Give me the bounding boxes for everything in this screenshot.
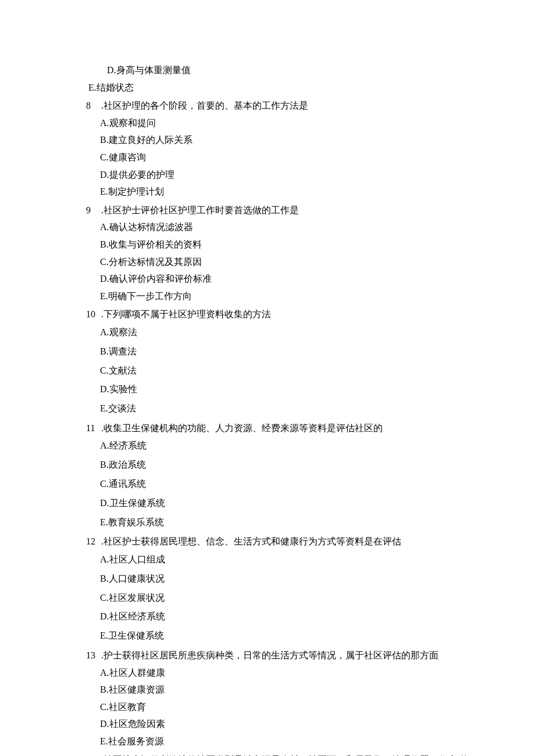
option: A.社区人群健康	[100, 664, 477, 682]
question-stem: 9 .社区护士评价社区护理工作时要首选做的工作是	[86, 202, 477, 219]
options-list: A.社区人群健康B.社区健康资源C.社区教育D.社区危险因素E.社会服务资源	[86, 664, 477, 750]
option: D.社区经济系统	[100, 607, 477, 626]
orphan-option-e: E.结婚状态	[86, 79, 477, 96]
option: A.社区人口组成	[100, 550, 477, 569]
orphan-option-d: D.身高与体重测量值	[86, 62, 477, 79]
question-number: 11	[86, 420, 99, 437]
question-stem: 12 .社区护士获得居民理想、信念、生活方式和健康行为方式等资料是在评估	[86, 533, 477, 550]
question-number: 8	[86, 97, 99, 114]
option: D.确认评价内容和评价标准	[100, 270, 477, 288]
question-8: 8 .社区护理的各个阶段，首要的、基本的工作方法是A.观察和提问B.建立良好的人…	[86, 97, 477, 200]
question-text: .社区护士获得居民理想、信念、生活方式和健康行为方式等资料是在评估	[99, 536, 401, 546]
option: E.卫生保健系统	[100, 626, 477, 646]
option: B.政治系统	[100, 456, 477, 475]
question-13: 13 .护士获得社区居民所患疾病种类，日常的生活方式等情况，属于社区评估的那方面…	[86, 647, 477, 750]
question-text: .社区护理的各个阶段，首要的、基本的工作方法是	[99, 101, 308, 110]
option: E.教育娱乐系统	[100, 513, 477, 532]
options-list: A.经济系统B.政治系统C.通讯系统D.卫生保健系统E.教育娱乐系统	[86, 436, 477, 532]
option: E.明确下一步工作方向	[100, 288, 477, 305]
option: B.建立良好的人际关系	[100, 131, 477, 149]
option: B.人口健康状况	[100, 569, 477, 589]
option: D.提供必要的护理	[100, 166, 477, 184]
option: A.经济系统	[100, 436, 477, 456]
option: C.健康咨询	[100, 149, 477, 166]
document-page: D.身高与体重测量值 E.结婚状态 8 .社区护理的各个阶段，首要的、基本的工作…	[0, 0, 535, 756]
question-text: .收集卫生保健机构的功能、人力资源、经费来源等资料是评估社区的	[99, 423, 383, 433]
option: C.分析达标情况及其原因	[100, 253, 477, 271]
question-10: 10 .下列哪项不属于社区护理资料收集的方法A.观察法B.调查法C.文献法D.实…	[86, 306, 477, 418]
option: C.社区教育	[100, 698, 477, 716]
question-stem: 10 .下列哪项不属于社区护理资料收集的方法	[86, 306, 477, 323]
option: B.收集与评价相关的资料	[100, 236, 477, 253]
options-list: A.社区人口组成B.人口健康状况C.社区发展状况D.社区经济系统E.卫生保健系统	[86, 550, 477, 646]
option: B.调查法	[100, 342, 477, 361]
question-stem: 11 .收集卫生保健机构的功能、人力资源、经费来源等资料是评估社区的	[86, 420, 477, 437]
question-stem: 13 .护士获得社区居民所患疾病种类，日常的生活方式等情况，属于社区评估的那方面	[86, 647, 477, 664]
option: A.确认达标情况滤波器	[100, 218, 477, 236]
question-text: .护士获得社区居民所患疾病种类，日常的生活方式等情况，属于社区评估的那方面	[99, 650, 438, 660]
question-9: 9 .社区护士评价社区护理工作时要首选做的工作是A.确认达标情况滤波器B.收集与…	[86, 202, 477, 305]
option: A.观察法	[100, 323, 477, 342]
option: E.交谈法	[100, 399, 477, 418]
question-number: 10	[86, 306, 99, 323]
question-number: 12	[86, 533, 99, 550]
question-number: 14	[86, 751, 99, 756]
question-text: .下列哪项不属于社区护理资料收集的方法	[99, 309, 271, 319]
option: C.通讯系统	[100, 475, 477, 494]
option: E.社会服务资源	[100, 733, 477, 750]
option: A.观察和提问	[100, 114, 477, 132]
question-number: 13	[86, 647, 99, 664]
question-11: 11 .收集卫生保健机构的功能、人力资源、经费来源等资料是评估社区的A.经济系统…	[86, 420, 477, 532]
option: D.实验性	[100, 380, 477, 399]
option: C.社区发展状况	[100, 589, 477, 608]
option: D.卫生保健系统	[100, 494, 477, 513]
option: D.社区危险因素	[100, 715, 477, 733]
option: E.制定护理计划	[100, 183, 477, 200]
questions-container: 8 .社区护理的各个阶段，首要的、基本的工作方法是A.观察和提问B.建立良好的人…	[86, 97, 477, 756]
question-12: 12 .社区护士获得居民理想、信念、生活方式和健康行为方式等资料是在评估A.社区…	[86, 533, 477, 646]
option: C.文献法	[100, 361, 477, 381]
question-number: 9	[86, 202, 99, 219]
option: B.社区健康资源	[100, 681, 477, 698]
question-14: 14 .社区护士评估所管辖的社区类型是城市还是农村、社区面积和居民数、地理位置、…	[86, 751, 477, 756]
question-text: .社区护士评价社区护理工作时要首选做的工作是	[99, 205, 299, 215]
options-list: A.观察和提问B.建立良好的人际关系C.健康咨询D.提供必要的护理E.制定护理计…	[86, 114, 477, 200]
question-stem: 8 .社区护理的各个阶段，首要的、基本的工作方法是	[86, 97, 477, 114]
options-list: A.观察法B.调查法C.文献法D.实验性E.交谈法	[86, 323, 477, 418]
question-stem: 14 .社区护士评估所管辖的社区类型是城市还是农村、社区面积和居民数、地理位置、…	[86, 751, 477, 756]
options-list: A.确认达标情况滤波器B.收集与评价相关的资料C.分析达标情况及其原因D.确认评…	[86, 218, 477, 304]
